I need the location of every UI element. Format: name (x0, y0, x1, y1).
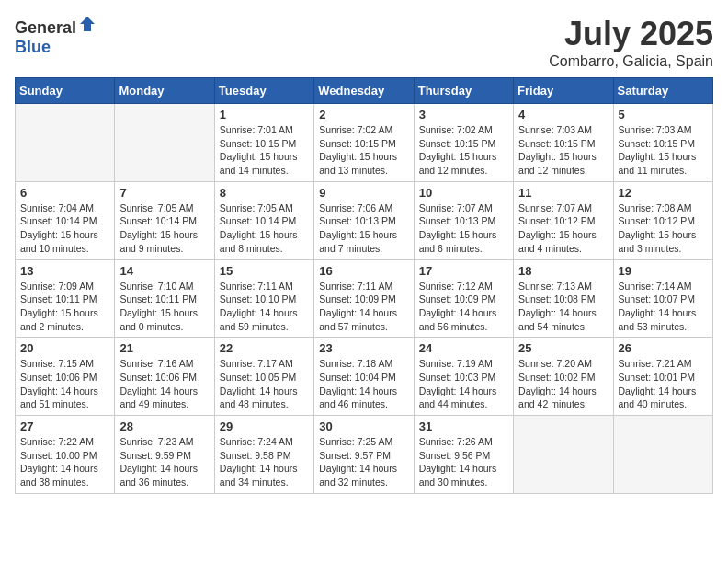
day-info: Sunrise: 7:04 AM Sunset: 10:14 PM Daylig… (20, 201, 109, 256)
calendar-cell: 30 Sunrise: 7:25 AM Sunset: 9:57 PM Dayl… (314, 416, 414, 494)
calendar-cell: 14 Sunrise: 7:10 AM Sunset: 10:11 PM Day… (115, 259, 214, 338)
calendar-cell: 25 Sunrise: 7:20 AM Sunset: 10:02 PM Day… (514, 338, 613, 416)
location-title: Combarro, Galicia, Spain (549, 53, 713, 70)
day-number: 2 (319, 108, 408, 121)
day-number: 18 (518, 264, 608, 278)
weekday-header-tuesday: Tuesday (214, 78, 313, 104)
day-number: 29 (220, 419, 309, 433)
day-info: Sunrise: 7:25 AM Sunset: 9:57 PM Dayligh… (319, 435, 408, 489)
calendar-cell: 2 Sunrise: 7:02 AM Sunset: 10:15 PM Dayl… (314, 104, 414, 182)
calendar-cell: 7 Sunrise: 7:05 AM Sunset: 10:14 PM Dayl… (115, 181, 214, 259)
calendar-cell: 23 Sunrise: 7:18 AM Sunset: 10:04 PM Day… (314, 338, 414, 416)
day-info: Sunrise: 7:19 AM Sunset: 10:03 PM Daylig… (419, 357, 508, 411)
calendar-cell: 21 Sunrise: 7:16 AM Sunset: 10:06 PM Day… (115, 338, 214, 416)
calendar-cell: 9 Sunrise: 7:06 AM Sunset: 10:13 PM Dayl… (314, 181, 414, 259)
weekday-header-monday: Monday (115, 78, 214, 104)
day-info: Sunrise: 7:01 AM Sunset: 10:15 PM Daylig… (220, 123, 309, 178)
day-info: Sunrise: 7:12 AM Sunset: 10:09 PM Daylig… (419, 280, 508, 334)
day-number: 20 (20, 341, 109, 355)
weekday-header-wednesday: Wednesday (314, 78, 414, 104)
calendar-cell: 10 Sunrise: 7:07 AM Sunset: 10:13 PM Day… (414, 181, 513, 259)
calendar-cell (16, 104, 115, 182)
day-info: Sunrise: 7:14 AM Sunset: 10:07 PM Daylig… (619, 280, 708, 334)
calendar-cell: 4 Sunrise: 7:03 AM Sunset: 10:15 PM Dayl… (514, 104, 613, 182)
day-info: Sunrise: 7:05 AM Sunset: 10:14 PM Daylig… (119, 201, 209, 256)
weekday-header-sunday: Sunday (16, 78, 115, 104)
logo-general: General (15, 18, 76, 37)
day-info: Sunrise: 7:24 AM Sunset: 9:58 PM Dayligh… (220, 435, 309, 489)
day-number: 24 (419, 341, 508, 355)
calendar-cell: 5 Sunrise: 7:03 AM Sunset: 10:15 PM Dayl… (613, 104, 712, 182)
day-number: 13 (20, 264, 109, 278)
week-row-2: 13 Sunrise: 7:09 AM Sunset: 10:11 PM Day… (16, 259, 713, 338)
day-number: 6 (20, 186, 109, 200)
day-info: Sunrise: 7:07 AM Sunset: 10:12 PM Daylig… (518, 201, 608, 256)
day-number: 31 (419, 419, 508, 433)
calendar-cell: 24 Sunrise: 7:19 AM Sunset: 10:03 PM Day… (414, 338, 513, 416)
week-row-3: 20 Sunrise: 7:15 AM Sunset: 10:06 PM Day… (16, 338, 713, 416)
calendar-cell: 16 Sunrise: 7:11 AM Sunset: 10:09 PM Day… (314, 259, 414, 338)
calendar-cell: 22 Sunrise: 7:17 AM Sunset: 10:05 PM Day… (214, 338, 313, 416)
day-number: 30 (319, 419, 408, 433)
day-number: 21 (119, 341, 209, 355)
calendar-cell (514, 416, 613, 494)
day-info: Sunrise: 7:03 AM Sunset: 10:15 PM Daylig… (619, 123, 708, 178)
page-header: General Blue July 2025 Combarro, Galicia… (15, 15, 713, 70)
day-info: Sunrise: 7:11 AM Sunset: 10:09 PM Daylig… (319, 280, 408, 334)
calendar-cell: 1 Sunrise: 7:01 AM Sunset: 10:15 PM Dayl… (214, 104, 313, 182)
calendar-cell: 6 Sunrise: 7:04 AM Sunset: 10:14 PM Dayl… (16, 181, 115, 259)
day-info: Sunrise: 7:16 AM Sunset: 10:06 PM Daylig… (119, 357, 209, 411)
day-info: Sunrise: 7:09 AM Sunset: 10:11 PM Daylig… (20, 280, 109, 334)
calendar-body: 1 Sunrise: 7:01 AM Sunset: 10:15 PM Dayl… (16, 104, 713, 494)
day-info: Sunrise: 7:15 AM Sunset: 10:06 PM Daylig… (20, 357, 109, 411)
day-info: Sunrise: 7:26 AM Sunset: 9:56 PM Dayligh… (419, 435, 508, 489)
weekday-header-saturday: Saturday (613, 78, 712, 104)
day-info: Sunrise: 7:11 AM Sunset: 10:10 PM Daylig… (220, 280, 309, 334)
day-info: Sunrise: 7:07 AM Sunset: 10:13 PM Daylig… (419, 201, 508, 256)
weekday-header-thursday: Thursday (414, 78, 513, 104)
week-row-1: 6 Sunrise: 7:04 AM Sunset: 10:14 PM Dayl… (16, 181, 713, 259)
weekday-header-friday: Friday (514, 78, 613, 104)
day-number: 1 (220, 108, 309, 121)
day-number: 26 (619, 341, 708, 355)
day-number: 23 (319, 341, 408, 355)
day-info: Sunrise: 7:21 AM Sunset: 10:01 PM Daylig… (619, 357, 708, 411)
day-number: 19 (619, 264, 708, 278)
day-info: Sunrise: 7:20 AM Sunset: 10:02 PM Daylig… (518, 357, 608, 411)
calendar-cell: 17 Sunrise: 7:12 AM Sunset: 10:09 PM Day… (414, 259, 513, 338)
calendar-cell: 11 Sunrise: 7:07 AM Sunset: 10:12 PM Day… (514, 181, 613, 259)
calendar-cell: 13 Sunrise: 7:09 AM Sunset: 10:11 PM Day… (16, 259, 115, 338)
calendar-cell: 3 Sunrise: 7:02 AM Sunset: 10:15 PM Dayl… (414, 104, 513, 182)
day-info: Sunrise: 7:02 AM Sunset: 10:15 PM Daylig… (419, 123, 508, 178)
calendar-cell: 27 Sunrise: 7:22 AM Sunset: 10:00 PM Day… (16, 416, 115, 494)
day-info: Sunrise: 7:13 AM Sunset: 10:08 PM Daylig… (518, 280, 608, 334)
day-number: 28 (119, 419, 209, 433)
day-number: 25 (518, 341, 608, 355)
day-info: Sunrise: 7:05 AM Sunset: 10:14 PM Daylig… (220, 201, 309, 256)
weekday-header-row: SundayMondayTuesdayWednesdayThursdayFrid… (16, 78, 713, 104)
calendar-cell: 28 Sunrise: 7:23 AM Sunset: 9:59 PM Dayl… (115, 416, 214, 494)
day-info: Sunrise: 7:08 AM Sunset: 10:12 PM Daylig… (619, 201, 708, 256)
calendar-cell: 19 Sunrise: 7:14 AM Sunset: 10:07 PM Day… (613, 259, 712, 338)
day-info: Sunrise: 7:22 AM Sunset: 10:00 PM Daylig… (20, 435, 109, 489)
day-number: 5 (619, 108, 708, 121)
logo-blue: Blue (15, 38, 51, 56)
day-info: Sunrise: 7:18 AM Sunset: 10:04 PM Daylig… (319, 357, 408, 411)
day-number: 9 (319, 186, 408, 200)
day-number: 22 (220, 341, 309, 355)
calendar-cell: 26 Sunrise: 7:21 AM Sunset: 10:01 PM Day… (613, 338, 712, 416)
day-info: Sunrise: 7:23 AM Sunset: 9:59 PM Dayligh… (119, 435, 209, 489)
day-number: 14 (119, 264, 209, 278)
day-number: 12 (619, 186, 708, 200)
day-number: 7 (119, 186, 209, 200)
calendar-cell: 15 Sunrise: 7:11 AM Sunset: 10:10 PM Day… (214, 259, 313, 338)
week-row-4: 27 Sunrise: 7:22 AM Sunset: 10:00 PM Day… (16, 416, 713, 494)
title-area: July 2025 Combarro, Galicia, Spain (549, 15, 713, 70)
calendar-cell: 20 Sunrise: 7:15 AM Sunset: 10:06 PM Day… (16, 338, 115, 416)
calendar-cell (115, 104, 214, 182)
day-number: 8 (220, 186, 309, 200)
day-info: Sunrise: 7:02 AM Sunset: 10:15 PM Daylig… (319, 123, 408, 178)
calendar-cell: 31 Sunrise: 7:26 AM Sunset: 9:56 PM Dayl… (414, 416, 513, 494)
week-row-0: 1 Sunrise: 7:01 AM Sunset: 10:15 PM Dayl… (16, 104, 713, 182)
logo: General Blue (15, 15, 97, 57)
